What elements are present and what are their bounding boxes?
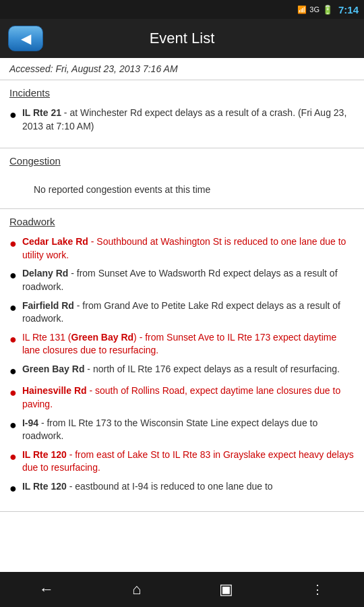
bullet-icon: ● [9,481,17,496]
list-item: ● I-94 - from IL Rte 173 to the Wisconsi… [9,417,355,443]
bullet-icon: ● [9,300,17,316]
list-item: ● IL Rte 120 - eastbound at I-94 is redu… [9,480,355,496]
bullet-icon: ● [9,107,17,123]
list-item: ● Fairfield Rd - from Grand Ave to Petit… [9,299,355,326]
road-name: Hainesville Rd [22,385,87,396]
accessed-text: Accessed: Fri, August 23, 2013 7:16 AM [9,63,178,74]
roadwork-text: I-94 - from IL Rte 173 to the Wisconsin … [22,417,355,443]
list-item: ● IL Rte 21 - at Winchester Rd expect de… [9,107,355,133]
incident-text: IL Rte 21 - at Winchester Rd expect dela… [22,107,355,133]
road-name: Green Bay Rd [22,364,85,374]
header: ◀ Event List [0,19,364,58]
recent-nav-icon[interactable]: ▣ [219,581,233,598]
list-item: ● Delany Rd - from Sunset Ave to Wadswor… [9,267,355,293]
road-name: I-94 [22,417,38,428]
congestion-title: Congestion [0,148,364,171]
roadwork-text: Fairfield Rd - from Grand Ave to Petite … [22,299,355,326]
road-name: Fairfield Rd [22,300,74,311]
congestion-section: Congestion No reported congestion events… [0,148,364,209]
road-name: Delany Rd [22,268,68,279]
back-nav-icon[interactable]: ← [39,581,54,598]
more-nav-icon[interactable]: ⋮ [311,582,325,597]
bullet-icon: ● [9,385,17,401]
accessed-bar: Accessed: Fri, August 23, 2013 7:16 AM [0,58,364,80]
bullet-icon: ● [9,332,17,347]
incidents-content: ● IL Rte 21 - at Winchester Rd expect de… [0,103,364,148]
list-item: ● Cedar Lake Rd - Southbound at Washingt… [9,235,355,262]
battery-icon: 🔋 [322,5,333,15]
bullet-icon: ● [9,268,17,283]
congestion-empty-text: No reported congestion events at this ti… [0,171,364,208]
list-item: ● IL Rte 131 (Green Bay Rd) - from Sunse… [9,331,355,357]
roadwork-content: ● Cedar Lake Rd - Southbound at Washingt… [0,231,364,511]
incident-route: IL Rte 21 [22,107,61,118]
bullet-icon: ● [9,449,17,465]
bullet-icon: ● [9,236,17,252]
road-name: IL Rte 120 [22,481,67,492]
signal-icon: 📶 [297,5,307,14]
header-title: Event List [43,30,321,47]
status-time: 7:14 [338,4,359,16]
roadwork-text: IL Rte 131 (Green Bay Rd) - from Sunset … [22,331,355,357]
bullet-icon: ● [9,417,17,433]
roadwork-text: IL Rte 120 - from east of Lake St to IL … [22,449,355,475]
bullet-icon: ● [9,364,17,379]
road-name: Cedar Lake Rd [22,236,88,247]
network-label: 3G [309,5,320,13]
content-area: Accessed: Fri, August 23, 2013 7:16 AM I… [0,58,364,572]
roadwork-title: Roadwork [0,209,364,231]
roadwork-text: Delany Rd - from Sunset Ave to Wadsworth… [22,267,355,293]
back-button[interactable]: ◀ [8,26,43,51]
road-name: Green Bay Rd [71,332,134,343]
roadwork-text: Cedar Lake Rd - Southbound at Washington… [22,235,355,262]
list-item: ● Green Bay Rd - north of IL Rte 176 exp… [9,363,355,379]
road-name: IL Rte 120 [22,449,67,460]
incidents-title: Incidents [0,80,364,103]
back-arrow-icon: ◀ [21,32,31,45]
nav-bar: ← ⌂ ▣ ⋮ [0,572,364,607]
incidents-section: Incidents ● IL Rte 21 - at Winchester Rd… [0,80,364,148]
roadwork-section: Roadwork ● Cedar Lake Rd - Southbound at… [0,209,364,512]
roadwork-text: Green Bay Rd - north of IL Rte 176 expec… [22,363,355,376]
roadwork-text: Hainesville Rd - south of Rollins Road, … [22,384,355,411]
roadwork-text: IL Rte 120 - eastbound at I-94 is reduce… [22,480,355,494]
status-bar: 📶 3G 🔋 7:14 [0,0,364,19]
list-item: ● IL Rte 120 - from east of Lake St to I… [9,449,355,475]
status-icons: 📶 3G 🔋 7:14 [297,4,359,16]
home-nav-icon[interactable]: ⌂ [132,581,141,598]
list-item: ● Hainesville Rd - south of Rollins Road… [9,384,355,411]
